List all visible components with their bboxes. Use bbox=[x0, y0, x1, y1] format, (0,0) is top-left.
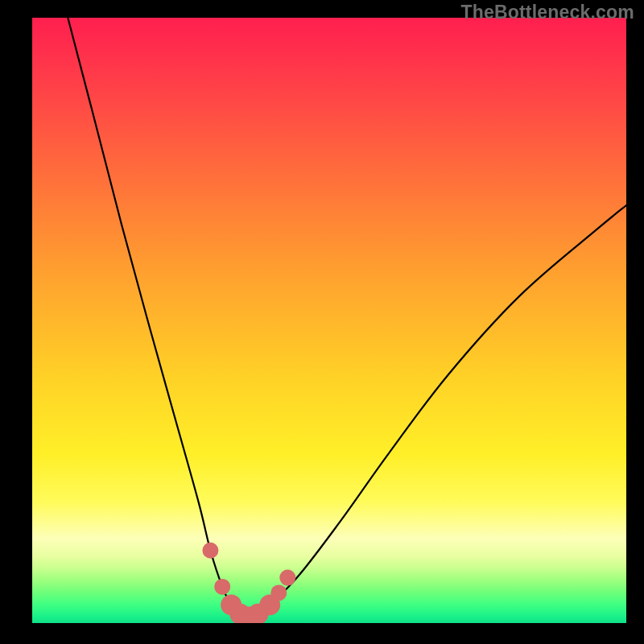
highlight-marker bbox=[279, 570, 295, 586]
plot-area bbox=[32, 18, 626, 623]
chart-svg bbox=[32, 18, 626, 623]
bottleneck-curve bbox=[68, 18, 626, 617]
watermark-text: TheBottleneck.com bbox=[460, 2, 634, 23]
highlight-marker bbox=[270, 584, 287, 601]
highlight-markers bbox=[202, 543, 295, 623]
highlight-marker bbox=[214, 579, 230, 595]
highlight-marker bbox=[202, 543, 218, 559]
